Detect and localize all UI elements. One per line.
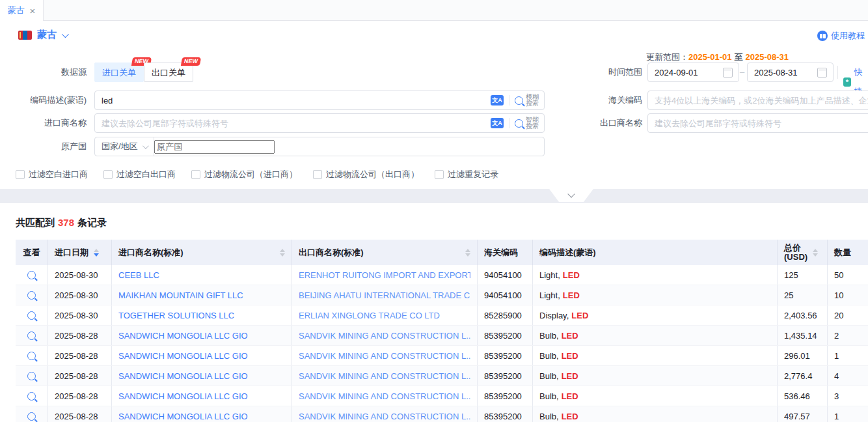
- tab-export-declarations[interactable]: 出口关单 NEW: [144, 63, 193, 82]
- date-range-separator: –: [740, 63, 744, 82]
- view-detail-icon[interactable]: [27, 331, 36, 340]
- checkbox-icon[interactable]: [313, 170, 322, 179]
- checkbox-filter-logistics-exporter[interactable]: 过滤物流公司（出口商）: [313, 169, 419, 180]
- data-source-label: 数据源: [7, 63, 87, 82]
- hs-code-cell: 85395200: [478, 326, 533, 345]
- table-row: 2025-08-30 MAIKHAN MOUNTAIN GIFT LLC BEI…: [16, 285, 868, 305]
- date-from-input[interactable]: [648, 68, 723, 77]
- header-import-date: 进口日期: [48, 240, 112, 265]
- exporter-input[interactable]: [648, 119, 868, 128]
- origin-country-label: 原产国: [7, 137, 87, 156]
- importer-input[interactable]: [95, 119, 491, 128]
- date-to-field: [747, 63, 834, 82]
- quantity-cell: 50: [828, 265, 868, 285]
- checkbox-icon[interactable]: [435, 170, 444, 179]
- tab-strip: 蒙古 ×: [0, 0, 868, 21]
- records-table: 查看 进口日期 进口商名称(标准) 出口商名称(标准) 海关编码 编码描述(蒙语…: [16, 240, 868, 422]
- importer-link[interactable]: TOGETHER SOLUTIONS LLC: [118, 311, 234, 320]
- fuzzy-search-button[interactable]: 模糊 搜索: [515, 94, 539, 107]
- checkbox-icon[interactable]: [103, 170, 113, 179]
- exporter-link[interactable]: SANDVIK MINING AND CONSTRUCTION L...: [299, 371, 470, 381]
- view-detail-icon[interactable]: [27, 311, 36, 320]
- checkbox-icon[interactable]: [16, 170, 25, 179]
- table-row: 2025-08-28 SANDWICH MONGOLIA LLC GIO SAN…: [16, 406, 868, 422]
- hs-code-label: 海关编码: [563, 91, 642, 110]
- translate-icon[interactable]: 文A: [491, 118, 504, 128]
- panel-divider-strip: [0, 189, 868, 203]
- view-detail-icon[interactable]: [27, 271, 36, 279]
- header-importer: 进口商名称(标准): [112, 240, 292, 265]
- importer-link[interactable]: SANDWICH MONGOLIA LLC GIO: [118, 412, 248, 421]
- code-desc-input[interactable]: [95, 96, 491, 106]
- view-detail-icon[interactable]: [27, 372, 36, 380]
- view-cell: [16, 326, 48, 345]
- origin-country-input[interactable]: [154, 140, 275, 154]
- highlight-keyword: LED: [563, 290, 580, 300]
- country-selector[interactable]: 蒙古: [18, 29, 67, 41]
- hs-code-cell: 85395200: [478, 346, 533, 365]
- highlight-keyword: LED: [562, 371, 578, 381]
- origin-country-field: 国家/地区: [94, 137, 545, 156]
- checkbox-filter-blank-exporter[interactable]: 过滤空白出口商: [103, 169, 176, 180]
- header-code-desc: 编码描述(蒙语): [533, 240, 778, 265]
- exporter-link[interactable]: SANDVIK MINING AND CONSTRUCTION L...: [299, 331, 470, 341]
- importer-link[interactable]: CEEB LLC: [118, 270, 159, 280]
- code-desc-label: 编码描述(蒙语): [7, 91, 87, 110]
- tab-mongolia[interactable]: 蒙古 ×: [0, 0, 44, 21]
- tab-import-declarations[interactable]: 进口关单 NEW: [94, 63, 144, 82]
- view-detail-icon[interactable]: [27, 352, 36, 360]
- header-hs-code: 海关编码: [478, 240, 533, 265]
- tab-title: 蒙古: [8, 5, 25, 16]
- importer-link[interactable]: MAIKHAN MOUNTAIN GIFT LLC: [118, 290, 243, 300]
- hs-code-input[interactable]: [648, 96, 868, 106]
- checkbox-filter-blank-importer[interactable]: 过滤空白进口商: [16, 169, 88, 180]
- sort-icon[interactable]: [94, 249, 99, 257]
- sort-icon[interactable]: [280, 249, 285, 257]
- header-quantity: 数量: [828, 240, 868, 265]
- highlight-keyword: LED: [562, 412, 578, 421]
- time-range-label: 时间范围: [563, 63, 642, 82]
- importer-cell: SANDWICH MONGOLIA LLC GIO: [112, 386, 292, 406]
- close-icon[interactable]: ×: [30, 6, 36, 16]
- desc-cell: Bulb,LED: [533, 346, 778, 365]
- importer-link[interactable]: SANDWICH MONGOLIA LLC GIO: [118, 331, 248, 341]
- sort-icon[interactable]: [813, 249, 818, 257]
- origin-region-select[interactable]: 国家/地区: [95, 141, 154, 152]
- view-detail-icon[interactable]: [27, 392, 36, 401]
- importer-link[interactable]: SANDWICH MONGOLIA LLC GIO: [118, 371, 248, 381]
- sort-icon[interactable]: [465, 249, 470, 257]
- exporter-link[interactable]: SANDVIK MINING AND CONSTRUCTION L...: [299, 412, 470, 421]
- exporter-link[interactable]: SANDVIK MINING AND CONSTRUCTION L...: [299, 351, 470, 361]
- import-date-cell: 2025-08-28: [48, 326, 112, 345]
- tutorial-link[interactable]: 使用教程: [817, 30, 865, 42]
- desc-cell: Light,LED: [533, 265, 778, 285]
- import-date-cell: 2025-08-30: [48, 285, 112, 305]
- date-to-input[interactable]: [748, 68, 817, 77]
- desc-cell: Display,LED: [533, 305, 778, 325]
- exporter-field: [647, 113, 868, 133]
- view-cell: [16, 386, 48, 406]
- view-detail-icon[interactable]: [27, 291, 36, 300]
- exporter-link[interactable]: ERENHOT RUITONG IMPORT AND EXPORT ...: [299, 270, 470, 280]
- country-name: 蒙古: [37, 29, 57, 41]
- exporter-link[interactable]: SANDVIK MINING AND CONSTRUCTION L...: [299, 391, 470, 401]
- import-date-cell: 2025-08-28: [48, 406, 112, 422]
- exporter-link[interactable]: ERLIAN XINGLONG TRADE CO LTD: [299, 311, 440, 320]
- calendar-icon[interactable]: [723, 68, 733, 77]
- checkbox-filter-logistics-importer[interactable]: 过滤物流公司（进口商）: [191, 169, 297, 180]
- chevron-down-icon: [62, 30, 69, 37]
- calendar-icon[interactable]: [817, 68, 827, 77]
- data-source-tabs: 进口关单 NEW 出口关单 NEW: [94, 63, 193, 82]
- importer-link[interactable]: SANDWICH MONGOLIA LLC GIO: [118, 391, 248, 401]
- highlight-keyword: LED: [571, 311, 588, 320]
- view-detail-icon[interactable]: [27, 412, 36, 421]
- importer-cell: SANDWICH MONGOLIA LLC GIO: [112, 366, 292, 386]
- results-summary: 共匹配到378条记录: [16, 217, 107, 229]
- importer-link[interactable]: SANDWICH MONGOLIA LLC GIO: [118, 351, 248, 361]
- smart-search-button[interactable]: 智能 搜索: [515, 117, 539, 130]
- translate-icon[interactable]: 文A: [491, 95, 504, 106]
- app-screen: 蒙古 × 蒙古 使用教程 数据源 进口关单 NEW 出口关单 NEW: [0, 0, 868, 422]
- exporter-link[interactable]: BEIJING AHATU INTERNATIONAL TRADE C...: [299, 290, 470, 300]
- checkbox-icon[interactable]: [191, 170, 200, 179]
- checkbox-filter-duplicates[interactable]: 过滤重复记录: [435, 169, 498, 180]
